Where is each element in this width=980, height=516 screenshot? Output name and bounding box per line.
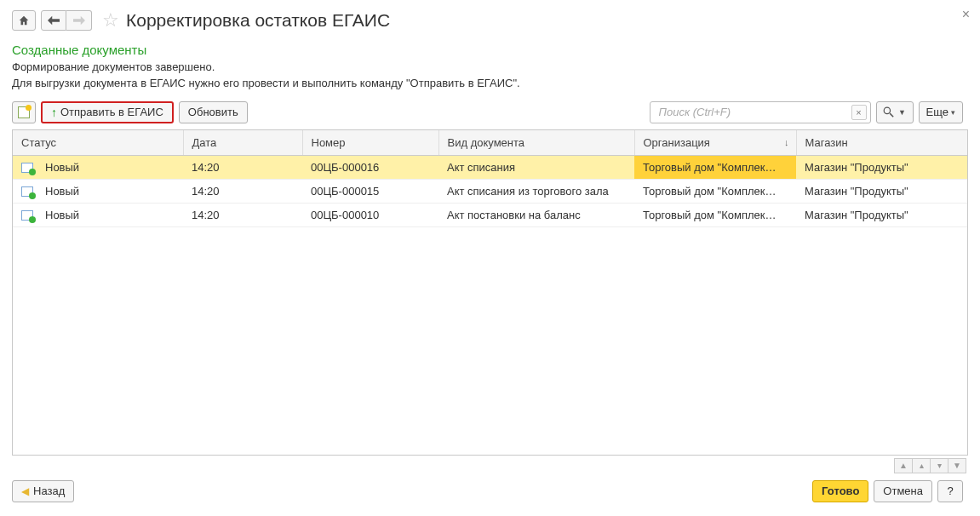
scroll-up-button[interactable]: ▴ — [912, 458, 931, 473]
info-text: Формирование документов завершено. Для в… — [12, 60, 968, 92]
search-clear-button[interactable]: × — [851, 105, 867, 120]
cancel-label: Отмена — [883, 484, 923, 497]
help-label: ? — [947, 484, 953, 497]
chevron-down-icon: ▾ — [951, 108, 955, 117]
documents-table: Статус Дата Номер Вид документа Организа… — [12, 129, 968, 456]
document-status-icon — [21, 163, 33, 173]
refresh-label: Обновить — [188, 106, 238, 118]
document-status-icon — [21, 210, 33, 221]
search-icon — [883, 106, 894, 118]
nav-back-button[interactable] — [41, 10, 66, 31]
col-header-doc-type[interactable]: Вид документа — [438, 130, 634, 156]
back-button[interactable]: ◀ Назад — [12, 480, 74, 502]
favorite-star-icon[interactable]: ☆ — [102, 9, 119, 32]
document-status-icon — [21, 186, 33, 197]
cancel-button[interactable]: Отмена — [874, 480, 932, 502]
send-to-egais-button[interactable]: ↑ Отправить в ЕГАИС — [41, 101, 174, 123]
arrow-right-icon — [73, 15, 85, 26]
help-button[interactable]: ? — [937, 480, 963, 502]
upload-arrow-icon: ↑ — [51, 106, 57, 119]
send-label: Отправить в ЕГАИС — [60, 106, 163, 118]
table-row[interactable]: Новый 14:20 00ЦБ-000010 Акт постановки н… — [13, 203, 967, 226]
ready-label: Готово — [822, 484, 859, 497]
more-button[interactable]: Еще ▾ — [919, 101, 963, 123]
svg-point-0 — [884, 107, 890, 113]
svg-line-1 — [890, 113, 893, 117]
new-document-icon — [18, 106, 30, 118]
home-button[interactable] — [12, 10, 36, 31]
search-input[interactable] — [657, 105, 851, 119]
more-label: Еще — [926, 106, 948, 118]
search-dropdown-button[interactable]: ▼ — [876, 101, 914, 123]
home-icon — [18, 14, 30, 26]
ready-button[interactable]: Готово — [812, 480, 868, 502]
table-row[interactable]: Новый 14:20 00ЦБ-000015 Акт списания из … — [13, 179, 967, 203]
new-document-button[interactable] — [12, 101, 36, 123]
col-header-org[interactable]: Организация↓ — [634, 130, 796, 156]
col-header-number[interactable]: Номер — [302, 130, 438, 156]
section-subtitle: Созданные документы — [12, 43, 968, 57]
nav-forward-button[interactable] — [66, 10, 92, 31]
col-header-date[interactable]: Дата — [183, 130, 302, 156]
col-header-store[interactable]: Магазин — [796, 130, 967, 156]
sort-asc-icon: ↓ — [784, 137, 789, 147]
scroll-bottom-button[interactable]: ▼ — [948, 458, 966, 473]
table-row[interactable]: Новый 14:20 00ЦБ-000016 Акт списания Тор… — [13, 155, 967, 179]
page-title: Корректировка остатков ЕГАИС — [126, 10, 390, 31]
col-header-status[interactable]: Статус — [13, 130, 183, 156]
triangle-left-icon: ◀ — [21, 485, 29, 497]
scroll-down-button[interactable]: ▾ — [930, 458, 948, 473]
back-label: Назад — [33, 484, 65, 497]
scroll-top-button[interactable]: ▲ — [894, 458, 913, 473]
info-line-2: Для выгрузки документа в ЕГАИС нужно его… — [12, 77, 520, 89]
chevron-down-icon: ▼ — [898, 108, 906, 117]
info-line-1: Формирование документов завершено. — [12, 60, 215, 73]
refresh-button[interactable]: Обновить — [179, 101, 248, 123]
close-button[interactable]: × — [962, 7, 970, 22]
search-field-wrap[interactable]: × — [650, 101, 871, 123]
arrow-left-icon — [48, 15, 60, 26]
